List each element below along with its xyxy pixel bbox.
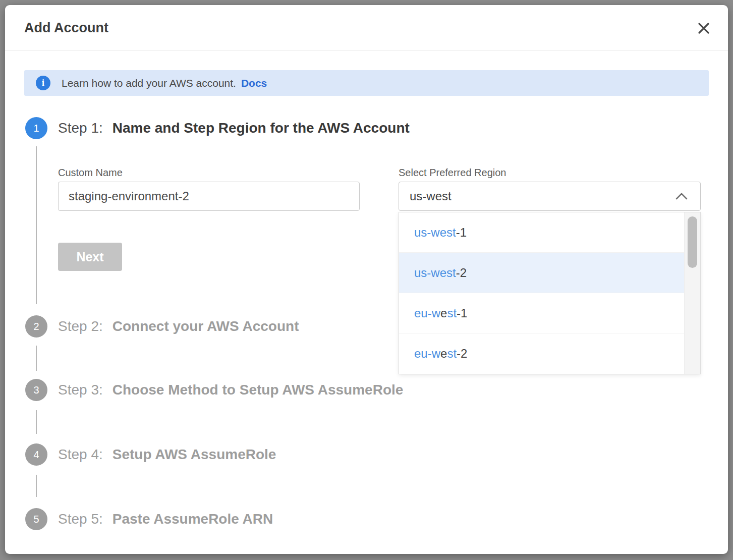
step-2-number: 2 [33, 321, 39, 332]
modal-header: Add Account [5, 5, 728, 50]
region-option-list: us-west-1us-west-2eu-west-1eu-west-2 [399, 212, 684, 374]
step-1-indicator: 1 [25, 117, 47, 139]
region-option[interactable]: us-west-1 [399, 212, 684, 253]
option-text: e [440, 306, 447, 320]
info-icon: i [36, 76, 50, 90]
banner-text: Learn how to add your AWS account. [62, 77, 236, 89]
option-text: -1 [457, 306, 467, 320]
step-5-heading: Step 5: Paste AssumeRole ARN [58, 508, 273, 530]
step-1-title: Name and Step Region for the AWS Account [112, 120, 410, 136]
step-1-number: 1 [33, 123, 39, 134]
step-3-label: Step 3: [58, 382, 103, 398]
modal-title: Add Account [24, 5, 108, 50]
docs-link[interactable]: Docs [241, 77, 267, 89]
step-1-label: Step 1: [58, 120, 103, 136]
next-button[interactable]: Next [58, 243, 122, 271]
option-match-text: eu-w [414, 306, 440, 320]
region-dropdown-panel: us-west-1us-west-2eu-west-1eu-west-2 [399, 212, 701, 374]
step-4-indicator: 4 [25, 443, 47, 466]
close-icon[interactable] [697, 21, 711, 35]
option-text: -1 [456, 226, 467, 240]
region-option[interactable]: eu-west-1 [399, 293, 684, 333]
option-match-text: st [447, 347, 457, 361]
region-combobox-value: us-west [410, 189, 675, 203]
dropdown-scrollbar-track[interactable] [684, 212, 700, 374]
connector-step2-step3 [36, 346, 37, 371]
step-4-title: Setup AWS AssumeRole [112, 446, 276, 463]
region-combobox[interactable]: us-west [399, 182, 701, 211]
region-option[interactable]: us-west-2 [399, 253, 684, 293]
custom-name-input[interactable] [58, 182, 360, 211]
step-3-title: Choose Method to Setup AWS AssumeRole [112, 382, 404, 398]
option-match-text: eu-w [414, 347, 440, 361]
option-text: -2 [457, 347, 467, 361]
step-3-number: 3 [33, 384, 39, 396]
step-2-label: Step 2: [58, 318, 103, 334]
custom-name-label: Custom Name [58, 167, 123, 179]
step-5-indicator: 5 [25, 508, 47, 530]
step-5-label: Step 5: [58, 511, 103, 527]
step-4-number: 4 [33, 449, 39, 461]
option-match-text: st [447, 306, 457, 320]
step-5-title: Paste AssumeRole ARN [112, 511, 273, 527]
chevron-up-icon [675, 192, 688, 200]
step-3-indicator: 3 [25, 379, 47, 401]
dropdown-scrollbar-thumb[interactable] [688, 216, 697, 268]
step-2-title: Connect your AWS Account [112, 318, 299, 334]
step-1-heading: Step 1: Name and Step Region for the AWS… [58, 117, 410, 139]
step-4-label: Step 4: [58, 446, 103, 463]
connector-step3-step4 [36, 410, 37, 434]
connector-step1-step2 [36, 146, 37, 304]
info-banner: i Learn how to add your AWS account. Doc… [24, 70, 709, 96]
option-text: -2 [456, 266, 467, 280]
option-text: e [440, 347, 447, 361]
step-2-indicator: 2 [25, 315, 47, 338]
step-2-heading: Step 2: Connect your AWS Account [58, 315, 299, 338]
step-5-number: 5 [33, 514, 39, 525]
add-account-modal: Add Account i Learn how to add your AWS … [5, 5, 728, 554]
connector-step4-step5 [36, 475, 37, 497]
step-4-heading: Step 4: Setup AWS AssumeRole [58, 443, 276, 466]
option-match-text: us-west [414, 226, 456, 240]
step-3-heading: Step 3: Choose Method to Setup AWS Assum… [58, 379, 403, 401]
region-label: Select Preferred Region [399, 167, 506, 179]
option-match-text: us-west [414, 266, 456, 280]
region-option[interactable]: eu-west-2 [399, 333, 684, 374]
